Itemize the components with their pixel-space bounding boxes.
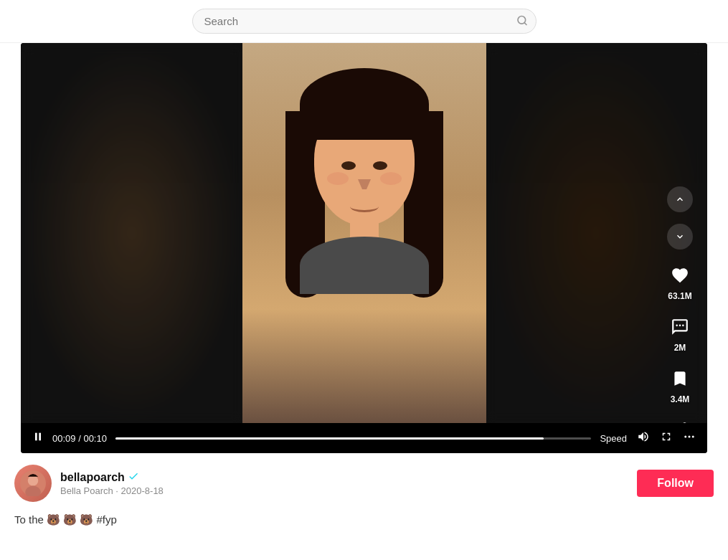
author-name-row: bellapoarch [60,470,628,484]
nose [358,179,371,194]
like-count: 63.1M [668,291,691,301]
video-controls: 00:09 / 00:10 Speed [21,423,707,453]
side-actions: 63.1M 2M [666,186,694,423]
speed-button[interactable]: Speed [600,433,627,444]
svg-line-1 [524,22,526,24]
svg-point-9 [692,436,694,438]
cheek-left [327,172,349,185]
follow-button[interactable]: Follow [637,470,714,497]
share-action[interactable]: 42.4M [666,416,694,423]
volume-button[interactable] [637,430,650,446]
video-center [242,43,486,423]
svg-point-8 [689,436,691,438]
avatar[interactable] [14,465,52,502]
controls-right: Speed [600,430,696,446]
verified-icon [128,470,139,484]
comment-action[interactable]: 2M [666,313,694,353]
search-input[interactable] [192,9,536,34]
comment-count: 2M [674,343,686,353]
nav-up-button[interactable] [667,186,693,212]
progress-bar[interactable] [115,437,591,440]
video-bg-left [21,43,243,423]
bookmark-button[interactable] [666,364,694,393]
svg-point-11 [28,475,38,485]
person-face [285,68,443,369]
svg-point-3 [679,325,681,327]
svg-point-2 [676,325,678,327]
author-meta: Bella Poarch · 2020-8-18 [60,485,628,496]
eye-right [373,161,387,170]
video-wrapper: 63.1M 2M [21,43,707,453]
caption: To the 🐻 🐻 🐻 #fyp [0,513,728,538]
search-container [192,9,536,34]
author-separator: · [115,485,120,496]
total-time: 00:10 [83,433,107,444]
like-button[interactable] [666,261,694,290]
more-options-button[interactable] [683,430,696,446]
progress-area [115,437,591,440]
comment-button[interactable] [666,313,694,341]
time-display: 00:09 / 00:10 [52,433,107,444]
author-info: bellapoarch Bella Poarch · 2020-8-18 [60,470,628,496]
current-time: 00:09 [52,433,76,444]
like-action[interactable]: 63.1M [666,261,694,301]
bookmark-action[interactable]: 3.4M [666,364,694,404]
author-date: 2020-8-18 [121,485,164,496]
svg-point-4 [682,325,684,327]
header [0,0,728,43]
share-button[interactable] [666,416,694,423]
svg-rect-5 [35,433,37,441]
author-section: bellapoarch Bella Poarch · 2020-8-18 Fol… [0,453,728,513]
svg-point-7 [684,436,686,438]
author-username[interactable]: bellapoarch [60,471,125,484]
bookmark-count: 3.4M [671,394,690,404]
author-display-name: Bella Poarch [60,485,113,496]
nav-down-button[interactable] [667,224,693,250]
shoulders [300,237,429,294]
caption-text: To the 🐻 🐻 🐻 #fyp [14,513,117,526]
search-button[interactable] [516,14,528,28]
hair-top [300,68,429,140]
pause-button[interactable] [32,431,44,445]
svg-rect-6 [39,433,41,441]
video-area[interactable]: 63.1M 2M [21,43,707,423]
fullscreen-button[interactable] [660,430,673,446]
progress-fill [115,437,544,440]
eye-left [341,161,356,170]
mouth [350,201,379,212]
cheek-right [380,172,402,185]
